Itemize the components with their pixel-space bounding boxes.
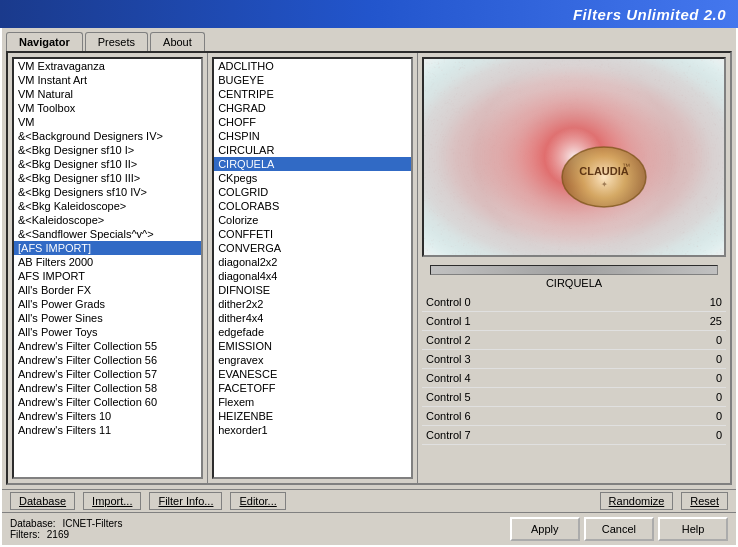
middle-list-item[interactable]: DIFNOISE [214, 283, 411, 297]
control-label-5: Control 5 [426, 391, 486, 403]
middle-list-item[interactable]: hexorder1 [214, 423, 411, 437]
control-label-0: Control 0 [426, 296, 486, 308]
control-label-3: Control 3 [426, 353, 486, 365]
middle-list-item[interactable]: edgefade [214, 325, 411, 339]
middle-list-item[interactable]: CONVERGA [214, 241, 411, 255]
middle-list-item[interactable]: CONFFETI [214, 227, 411, 241]
control-row-5: Control 50 [422, 388, 726, 407]
middle-list-item[interactable]: FACETOFF [214, 381, 411, 395]
middle-list-item[interactable]: CHGRAD [214, 101, 411, 115]
middle-list-item[interactable]: diagonal4x4 [214, 269, 411, 283]
tab-bar: Navigator Presets About [2, 28, 736, 51]
category-list-container: VM ExtravaganzaVM Instant ArtVM NaturalV… [12, 57, 203, 479]
help-button[interactable]: Help [658, 517, 728, 541]
middle-list-item[interactable]: CENTRIPE [214, 87, 411, 101]
left-list-item[interactable]: &<Bkg Designers sf10 IV> [14, 185, 201, 199]
control-slider-2 [490, 333, 693, 347]
status-buttons: Apply Cancel Help [510, 517, 728, 541]
database-button[interactable]: Database [10, 492, 75, 510]
left-list-item[interactable]: Andrew's Filter Collection 55 [14, 339, 201, 353]
left-list-item[interactable]: VM Natural [14, 87, 201, 101]
middle-list-item[interactable]: COLORABS [214, 199, 411, 213]
controls-area: Control 010Control 125Control 20Control … [418, 293, 730, 483]
left-list-item[interactable]: AB Filters 2000 [14, 255, 201, 269]
middle-list-item[interactable]: EMISSION [214, 339, 411, 353]
filters-status: Filters: 2169 [10, 529, 122, 540]
tab-about[interactable]: About [150, 32, 205, 51]
middle-list-item[interactable]: dither2x2 [214, 297, 411, 311]
middle-list-item[interactable]: ADCLITHO [214, 59, 411, 73]
control-row-1: Control 125 [422, 312, 726, 331]
left-list-item[interactable]: All's Power Grads [14, 297, 201, 311]
control-slider-0 [490, 295, 693, 309]
cancel-button[interactable]: Cancel [584, 517, 654, 541]
middle-list-item[interactable]: CHSPIN [214, 129, 411, 143]
left-list-item[interactable]: VM Toolbox [14, 101, 201, 115]
import-button[interactable]: Import... [83, 492, 141, 510]
title-bar: Filters Unlimited 2.0 [0, 0, 738, 28]
left-list-item[interactable]: Andrew's Filters 11 [14, 423, 201, 437]
middle-list-item[interactable]: Colorize [214, 213, 411, 227]
left-list-item[interactable]: Andrew's Filter Collection 60 [14, 395, 201, 409]
left-list-item[interactable]: &<Bkg Designer sf10 II> [14, 157, 201, 171]
middle-list-item[interactable]: EVANESCE [214, 367, 411, 381]
middle-list-item[interactable]: Flexem [214, 395, 411, 409]
middle-list-item[interactable]: dither4x4 [214, 311, 411, 325]
control-label-1: Control 1 [426, 315, 486, 327]
randomize-button[interactable]: Randomize [600, 492, 674, 510]
left-list-item[interactable]: [AFS IMPORT] [14, 241, 201, 255]
left-list-item[interactable]: &<Bkg Designer sf10 III> [14, 171, 201, 185]
control-label-7: Control 7 [426, 429, 486, 441]
middle-list-item[interactable]: CIRQUELA [214, 157, 411, 171]
middle-list-item[interactable]: COLGRID [214, 185, 411, 199]
control-value-7: 0 [697, 429, 722, 441]
middle-list-item[interactable]: CKpegs [214, 171, 411, 185]
left-list-item[interactable]: All's Border FX [14, 283, 201, 297]
control-row-4: Control 40 [422, 369, 726, 388]
category-list-scroll[interactable]: VM ExtravaganzaVM Instant ArtVM NaturalV… [14, 59, 201, 477]
left-list-item[interactable]: VM Extravaganza [14, 59, 201, 73]
content-area: VM ExtravaganzaVM Instant ArtVM NaturalV… [6, 51, 732, 485]
middle-list-item[interactable]: BUGEYE [214, 73, 411, 87]
left-list-item[interactable]: All's Power Sines [14, 311, 201, 325]
control-value-0: 10 [697, 296, 722, 308]
control-slider-1 [490, 314, 693, 328]
control-value-4: 0 [697, 372, 722, 384]
left-list-item[interactable]: &<Kaleidoscope> [14, 213, 201, 227]
middle-list-item[interactable]: CIRCULAR [214, 143, 411, 157]
left-list-item[interactable]: &<Bkg Kaleidoscope> [14, 199, 201, 213]
middle-list-item[interactable]: diagonal2x2 [214, 255, 411, 269]
control-slider-4 [490, 371, 693, 385]
left-list-item[interactable]: VM [14, 115, 201, 129]
filter-info-button[interactable]: Filter Info... [149, 492, 222, 510]
apply-button[interactable]: Apply [510, 517, 580, 541]
control-slider-6 [490, 409, 693, 423]
middle-list-item[interactable]: engravex [214, 353, 411, 367]
tab-presets[interactable]: Presets [85, 32, 148, 51]
control-value-5: 0 [697, 391, 722, 403]
reset-button[interactable]: Reset [681, 492, 728, 510]
left-list-item[interactable]: AFS IMPORT [14, 269, 201, 283]
control-row-3: Control 30 [422, 350, 726, 369]
left-list-item[interactable]: Andrew's Filter Collection 57 [14, 367, 201, 381]
left-list-item[interactable]: &<Bkg Designer sf10 I> [14, 143, 201, 157]
status-info: Database: ICNET-Filters Filters: 2169 [10, 518, 122, 540]
right-panel: CIRQUELA Control 010Control 125Control 2… [418, 53, 730, 483]
middle-list-item[interactable]: CHOFF [214, 115, 411, 129]
middle-list-item[interactable]: HEIZENBE [214, 409, 411, 423]
left-list-item[interactable]: Andrew's Filter Collection 58 [14, 381, 201, 395]
database-status: Database: ICNET-Filters [10, 518, 122, 529]
left-list-item[interactable]: &<Background Designers IV> [14, 129, 201, 143]
left-list-item[interactable]: &<Sandflower Specials^v^> [14, 227, 201, 241]
control-label-4: Control 4 [426, 372, 486, 384]
main-window: Navigator Presets About VM ExtravaganzaV… [0, 28, 738, 547]
status-bar: Database: ICNET-Filters Filters: 2169 Ap… [2, 512, 736, 545]
filter-list-scroll[interactable]: ADCLITHOBUGEYECENTRIPECHGRADCHOFFCHSPINC… [214, 59, 411, 477]
left-panel: VM ExtravaganzaVM Instant ArtVM NaturalV… [8, 53, 208, 483]
editor-button[interactable]: Editor... [230, 492, 285, 510]
left-list-item[interactable]: VM Instant Art [14, 73, 201, 87]
tab-navigator[interactable]: Navigator [6, 32, 83, 51]
left-list-item[interactable]: All's Power Toys [14, 325, 201, 339]
left-list-item[interactable]: Andrew's Filters 10 [14, 409, 201, 423]
left-list-item[interactable]: Andrew's Filter Collection 56 [14, 353, 201, 367]
